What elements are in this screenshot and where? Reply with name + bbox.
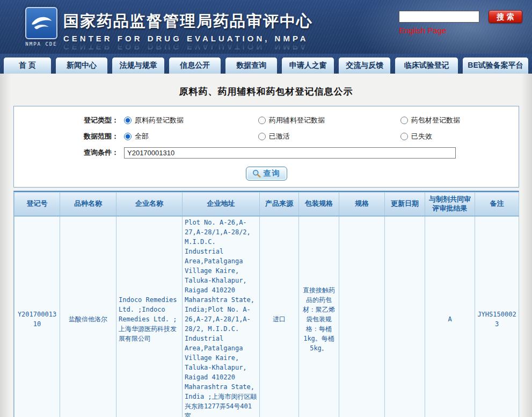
magnifier-icon (252, 169, 261, 178)
radio-label: 药用辅料登记数据 (269, 116, 325, 125)
radio-label: 已激活 (269, 132, 290, 141)
query-submit-button[interactable]: 查询 (246, 167, 287, 181)
english-page-link[interactable]: English Page (399, 26, 446, 35)
header-search-area: 搜索 English Page (399, 10, 524, 35)
radio-scope-activated[interactable]: 已激活 (258, 132, 400, 141)
query-submit-label: 查询 (264, 169, 281, 178)
col-update-date: 更新日期 (385, 192, 425, 216)
cell-source: 进口 (260, 216, 299, 417)
page-title: 原料药、药用辅料和药包材登记信息公示 (0, 74, 532, 98)
radio-scope-all[interactable]: 全部 (124, 132, 258, 141)
radio-packaging-input[interactable] (400, 117, 408, 124)
nav-tab-disclosure[interactable]: 信息公开 (169, 57, 221, 74)
cell-spec (339, 216, 385, 417)
cell-packaging: 直接接触药品的药包材：聚乙烯袋包装规格：每桶1kg。每桶5kg。 (299, 216, 339, 417)
query-condition-label: 查询条件： (14, 148, 124, 157)
table-header-row: 登记号 品种名称 企业名称 企业地址 产品来源 包装规格 规格 更新日期 与制剂… (14, 192, 519, 216)
main-nav: 首 页 新闻中心 法规与规章 信息公开 数据查询 申请人之窗 交流与反馈 临床试… (0, 54, 532, 74)
site-logo[interactable]: NMPA CDE (24, 7, 59, 47)
nmpa-logo-icon (25, 7, 57, 39)
cell-reg-no: Y20170001310 (14, 216, 60, 417)
radio-packaging-data[interactable]: 药包材登记数据 (400, 116, 519, 125)
radio-excipient-input[interactable] (258, 117, 266, 124)
col-packaging: 包装规格 (299, 192, 339, 216)
col-product-name: 品种名称 (60, 192, 116, 216)
cell-address: Plot No. A-26,A-27,A-28/1,A-28/2, M.I.D.… (183, 216, 260, 417)
content-area: 原料药、药用辅料和药包材登记信息公示 登记类型： 原料药登记数据 药用辅料登记数… (0, 74, 532, 417)
radio-label: 已失效 (411, 132, 432, 141)
col-spec: 规格 (339, 192, 385, 216)
col-company: 企业名称 (116, 192, 183, 216)
radio-label: 原料药登记数据 (135, 116, 184, 125)
nav-tab-data-query[interactable]: 数据查询 (225, 57, 277, 74)
nav-tab-news[interactable]: 新闻中心 (56, 57, 107, 74)
data-scope-label: 数据范围： (14, 132, 124, 141)
col-review-result: 与制剂共同审评审批结果 (425, 192, 475, 216)
cell-remark: JYHS1500023 (475, 216, 519, 417)
bird-swoosh-icon (27, 9, 55, 37)
cell-product-name: 盐酸倍他洛尔 (60, 216, 116, 417)
radio-raw-material-data[interactable]: 原料药登记数据 (124, 116, 258, 125)
nav-tab-be-platform[interactable]: BE试验备案平台 (463, 57, 528, 74)
nav-tab-home[interactable]: 首 页 (4, 57, 51, 74)
radio-label: 药包材登记数据 (411, 116, 460, 125)
col-address: 企业地址 (183, 192, 260, 216)
query-condition-row: 查询条件： (14, 145, 519, 161)
cell-update-date (385, 216, 425, 417)
query-button-row: 查询 (14, 167, 519, 181)
site-header: NMPA CDE 国家药品监督管理局药品审评中心 CENTER FOR DRUG… (0, 0, 532, 54)
radio-scope-all-input[interactable] (124, 133, 132, 140)
table-row: Y20170001310 盐酸倍他洛尔 Indoco Remedies Ltd.… (14, 216, 519, 417)
reg-type-row: 登记类型： 原料药登记数据 药用辅料登记数据 药包材登记数据 (14, 112, 519, 128)
logo-caption: NMPA CDE (24, 41, 59, 47)
cell-review-result: A (425, 216, 475, 417)
page: NMPA CDE 国家药品监督管理局药品审评中心 CENTER FOR DRUG… (0, 0, 532, 417)
site-title-cn: 国家药品监督管理局药品审评中心 (63, 11, 313, 32)
nav-tab-applicant[interactable]: 申请人之窗 (282, 57, 333, 74)
nav-tab-clinical-trial[interactable]: 临床试验登记 (395, 57, 458, 74)
radio-scope-expired[interactable]: 已失效 (400, 132, 519, 141)
results-table-container: 登记号 品种名称 企业名称 企业地址 产品来源 包装规格 规格 更新日期 与制剂… (13, 191, 519, 417)
results-table: 登记号 品种名称 企业名称 企业地址 产品来源 包装规格 规格 更新日期 与制剂… (14, 192, 519, 417)
query-condition-input[interactable] (124, 147, 456, 159)
col-remark: 备注 (475, 192, 519, 216)
header-titles: 国家药品监督管理局药品审评中心 CENTER FOR DRUG EVALUATI… (63, 11, 313, 52)
radio-excipient-data[interactable]: 药用辅料登记数据 (258, 116, 400, 125)
radio-raw-material-input[interactable] (124, 117, 132, 124)
radio-scope-activated-input[interactable] (258, 133, 266, 140)
radio-scope-expired-input[interactable] (400, 133, 408, 140)
col-source: 产品来源 (260, 192, 299, 216)
reg-type-label: 登记类型： (14, 116, 124, 125)
query-form: 登记类型： 原料药登记数据 药用辅料登记数据 药包材登记数据 数据范围： (13, 106, 519, 188)
col-reg-no: 登记号 (14, 192, 60, 216)
search-input[interactable] (399, 11, 479, 23)
data-scope-row: 数据范围： 全部 已激活 已失效 (14, 128, 519, 145)
cell-company: Indoco Remedies Ltd. ;Indoco Remedies Lt… (116, 216, 183, 417)
site-title-en: CENTER FOR DRUG EVALUATION, NMPA (63, 34, 313, 43)
radio-label: 全部 (135, 132, 149, 141)
nav-tab-feedback[interactable]: 交流与反馈 (339, 57, 390, 74)
search-button[interactable]: 搜索 (489, 10, 522, 23)
nav-tab-regulations[interactable]: 法规与规章 (112, 57, 164, 74)
site-title-en-reflection: CENTER FOR DRUG EVALUATION, NMPA (63, 42, 313, 52)
